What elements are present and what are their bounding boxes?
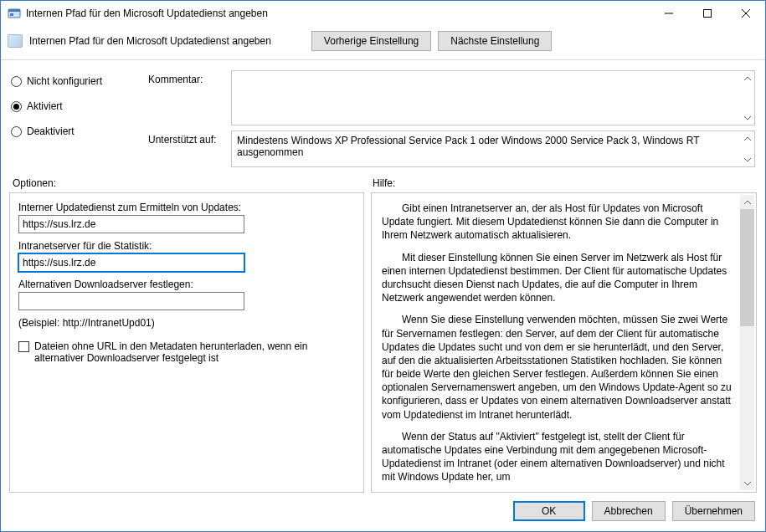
stats-server-input[interactable] <box>18 253 244 272</box>
radio-disabled[interactable]: Deaktiviert <box>11 125 145 137</box>
alt-download-input[interactable] <box>18 292 244 310</box>
ok-button[interactable]: OK <box>513 501 585 521</box>
radio-circle-icon <box>11 126 22 137</box>
next-setting-label: Nächste Einstellung <box>450 35 539 47</box>
radio-enabled[interactable]: Aktiviert <box>11 100 145 112</box>
help-paragraph: Mit dieser Einstellung können Sie einen … <box>382 251 736 305</box>
update-service-label: Interner Updatedienst zum Ermitteln von … <box>18 202 355 213</box>
apply-label: Übernehmen <box>685 505 743 517</box>
comment-scrollbar <box>740 71 754 125</box>
radio-disabled-label: Deaktiviert <box>27 125 75 137</box>
update-service-input[interactable] <box>18 215 244 233</box>
ok-label: OK <box>542 505 556 517</box>
options-heading: Optionen: <box>13 177 373 189</box>
previous-setting-button[interactable]: Vorherige Einstellung <box>311 31 431 51</box>
comment-textarea[interactable] <box>231 70 755 125</box>
footer: OK Abbrechen Übernehmen <box>1 493 765 531</box>
dialog-window: Internen Pfad für den Microsoft Updatedi… <box>0 0 766 532</box>
window-title: Internen Pfad für den Microsoft Updatedi… <box>26 8 650 19</box>
toolbar: Internen Pfad für den Microsoft Updatedi… <box>1 26 765 60</box>
supported-scrollbar <box>740 131 754 166</box>
radio-circle-icon <box>11 76 22 87</box>
close-button[interactable] <box>727 1 765 26</box>
state-radio-group: Nicht konfiguriert Aktiviert Deaktiviert <box>11 70 145 167</box>
policy-icon <box>8 34 23 48</box>
scroll-up-icon[interactable] <box>740 195 754 209</box>
comment-label: Kommentar: <box>148 70 228 125</box>
panels: Interner Updatedienst zum Ermitteln von … <box>1 192 765 493</box>
scrollbar-thumb[interactable] <box>740 209 754 326</box>
radio-circle-icon <box>11 101 22 112</box>
scroll-up-icon[interactable] <box>740 71 754 85</box>
scroll-down-icon[interactable] <box>740 152 754 166</box>
alt-download-label: Alternativen Downloadserver festlegen: <box>18 279 355 290</box>
supported-on-text: Mindestens Windows XP Professional Servi… <box>237 135 699 158</box>
section-labels: Optionen: Hilfe: <box>1 169 765 192</box>
scroll-down-icon[interactable] <box>740 110 754 125</box>
help-panel: Gibt einen Intranetserver an, der als Ho… <box>371 192 757 493</box>
apply-button[interactable]: Übernehmen <box>672 501 755 521</box>
supported-label: Unterstützt auf: <box>148 130 228 167</box>
help-scrollbar[interactable] <box>740 195 754 490</box>
help-heading: Hilfe: <box>373 177 395 189</box>
scroll-up-icon[interactable] <box>740 131 754 146</box>
scroll-down-icon[interactable] <box>740 476 754 490</box>
previous-setting-label: Vorherige Einstellung <box>324 35 419 47</box>
cancel-button[interactable]: Abbrechen <box>592 501 666 521</box>
titlebar: Internen Pfad für den Microsoft Updatedi… <box>1 1 765 26</box>
help-text: Gibt einen Intranetserver an, der als Ho… <box>382 202 754 483</box>
svg-rect-2 <box>10 13 13 16</box>
radio-not-configured[interactable]: Nicht konfiguriert <box>11 75 145 87</box>
radio-not-configured-label: Nicht konfiguriert <box>27 75 102 87</box>
help-paragraph: Wenn der Status auf "Aktiviert" festgele… <box>382 430 736 483</box>
radio-dot-icon <box>13 104 19 110</box>
supported-on-box: Mindestens Windows XP Professional Servi… <box>231 130 755 167</box>
stats-server-label: Intranetserver für die Statistik: <box>18 240 355 252</box>
svg-rect-4 <box>704 10 712 18</box>
minimize-button[interactable] <box>650 1 688 26</box>
help-paragraph: Gibt einen Intranetserver an, der als Ho… <box>382 202 736 243</box>
help-paragraph: Wenn Sie diese Einstellung verwenden möc… <box>382 313 736 422</box>
next-setting-button[interactable]: Nächste Einstellung <box>438 31 552 51</box>
toolbar-title: Internen Pfad für den Microsoft Updatedi… <box>29 35 271 47</box>
window-controls <box>650 1 765 26</box>
radio-enabled-label: Aktiviert <box>27 100 63 112</box>
scrollbar-track[interactable] <box>740 326 754 476</box>
svg-rect-1 <box>8 9 20 12</box>
config-area: Nicht konfiguriert Aktiviert Deaktiviert… <box>1 60 765 169</box>
maximize-button[interactable] <box>688 1 727 26</box>
download-no-url-label: Dateien ohne URL in den Metadaten herunt… <box>34 340 311 364</box>
example-text: (Beispiel: http://IntranetUpd01) <box>18 317 355 329</box>
download-no-url-checkbox[interactable] <box>18 341 29 352</box>
app-icon <box>8 7 21 20</box>
cancel-label: Abbrechen <box>604 505 653 517</box>
options-panel: Interner Updatedienst zum Ermitteln von … <box>9 192 364 493</box>
